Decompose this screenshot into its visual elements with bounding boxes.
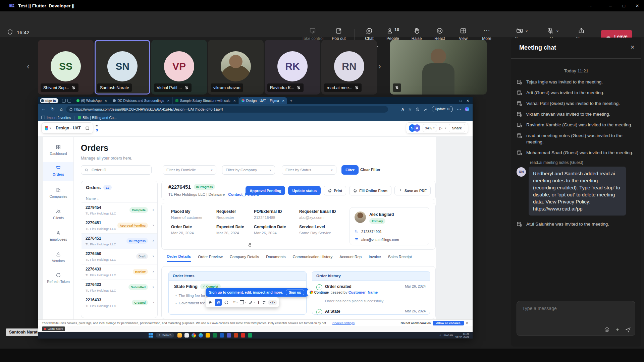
chrome-icon[interactable]: [192, 333, 196, 338]
home-icon[interactable]: ⌂: [60, 107, 63, 112]
close-tab-icon[interactable]: ✕: [233, 99, 236, 103]
contact-phone[interactable]: 2123874901: [355, 230, 382, 234]
browser-minimize-icon[interactable]: –: [453, 99, 455, 103]
sign-up-button[interactable]: Sign up: [286, 290, 304, 295]
teams-icon[interactable]: [227, 333, 231, 338]
dev-mode-toggle[interactable]: </>: [268, 300, 276, 305]
participant-tile[interactable]: SN Santosh Narate: [95, 40, 150, 95]
deny-cookies-button[interactable]: Do not allow cookies: [401, 321, 431, 325]
tab-account-rep[interactable]: Account Rep: [339, 255, 362, 261]
read-aloud-icon[interactable]: A: [401, 107, 404, 111]
clear-filter-button[interactable]: Clear Filter: [360, 168, 380, 172]
participant-tile[interactable]: SS Shivani Sup...: [38, 40, 94, 95]
comment-tool-icon[interactable]: [224, 300, 229, 305]
sheets-icon[interactable]: [248, 333, 252, 338]
browser-tab[interactable]: Sample Salary Structure with calc✕: [173, 97, 239, 104]
customer-name-link[interactable]: Customer_Name: [348, 290, 378, 294]
tab-order-preview[interactable]: Order Preview: [198, 255, 223, 261]
attach-plus-icon[interactable]: +: [616, 327, 619, 333]
shared-start-icon[interactable]: [149, 333, 153, 338]
minimize-button[interactable]: –: [604, 0, 617, 11]
new-tab-button[interactable]: +: [290, 99, 292, 103]
weather-icon[interactable]: [177, 333, 182, 338]
shape-tool[interactable]: ∨: [240, 300, 246, 304]
pop-out-button[interactable]: Pop out: [326, 27, 351, 41]
participant-tile[interactable]: vikram chavan: [208, 40, 264, 95]
order-row[interactable]: 2276433TL Flex Holdings LLC Review›: [82, 264, 157, 280]
participant-tile[interactable]: RN read.ai mee...: [321, 40, 377, 95]
figma-share-button[interactable]: Share: [449, 124, 465, 132]
sidebar-item-dashboard[interactable]: Dashboard: [43, 144, 73, 156]
cookies-settings-link[interactable]: Cookies settings: [332, 321, 355, 325]
spotlight-participant-tile[interactable]: [390, 40, 487, 95]
shared-app-icon[interactable]: [184, 333, 189, 338]
message-input[interactable]: [522, 305, 624, 311]
print-button[interactable]: Print: [324, 186, 346, 195]
raise-hand-button[interactable]: Raise: [404, 27, 429, 41]
close-cookie-icon[interactable]: ✕: [466, 321, 469, 325]
browser-tab-active[interactable]: Design - UAT – Figma✕: [239, 97, 287, 104]
participant-tile[interactable]: VP Vishal Patil ...: [151, 40, 207, 95]
pdf-icon[interactable]: [241, 333, 245, 338]
browser-tab[interactable]: (6) WhatsApp✕: [74, 97, 110, 104]
camera-chevron-icon[interactable]: ∨: [525, 29, 528, 33]
order-row[interactable]: 2279454TL Flex Holdings LLC Complete›: [82, 202, 157, 218]
address-bar[interactable]: https://www.figma.com/design/9BKQ0FOHRWa…: [66, 106, 388, 113]
bookmark-folder[interactable]: Bills | Billing and Co...: [78, 116, 116, 120]
browser-more-icon[interactable]: ⋯: [457, 107, 461, 112]
order-row[interactable]: 2276433TL Flex Holdings LLC Submitted›: [82, 280, 157, 295]
order-row[interactable]: 2276450TL Flex Holdings LLC Draft›: [82, 249, 157, 264]
chat-input-box[interactable]: +: [517, 301, 635, 336]
tab-documents[interactable]: Documents: [266, 255, 285, 261]
react-button[interactable]: React: [427, 27, 452, 41]
collaborator-avatar[interactable]: A: [414, 124, 421, 132]
strip-next-icon[interactable]: ›: [378, 62, 381, 70]
refresh-icon[interactable]: ↻: [51, 107, 55, 112]
components-tool-icon[interactable]: [262, 300, 266, 305]
approval-pending-button[interactable]: Approval Pending: [246, 186, 285, 195]
browser-tab[interactable]: DC Divisions and Surroundings✕: [110, 97, 173, 104]
fill-online-form-button[interactable]: Fill Online Form: [349, 186, 391, 195]
google-continue-button[interactable]: Continue: [307, 290, 331, 295]
chat-message-bubble[interactable]: Redberyl and Santosh added read.ai meeti…: [529, 167, 626, 216]
view-button[interactable]: View: [451, 27, 476, 41]
profile-icon[interactable]: [424, 107, 428, 111]
browser-close-icon[interactable]: ✕: [467, 99, 469, 103]
file-explorer-icon[interactable]: [206, 333, 210, 338]
close-chat-icon[interactable]: ✕: [630, 44, 635, 50]
shared-tray-lang[interactable]: ENG IN: [444, 334, 453, 337]
titlebar-more-icon[interactable]: ⋯: [584, 0, 597, 11]
frame-tool[interactable]: ⌗∨: [233, 300, 238, 305]
browser-signin-button[interactable]: Sign in: [40, 98, 58, 103]
shared-search-pill[interactable]: Search: [156, 333, 174, 338]
close-tab-icon[interactable]: ✕: [282, 99, 285, 103]
hand-tool-selected[interactable]: [215, 299, 222, 306]
allow-cookies-button[interactable]: Allow all cookies: [433, 321, 464, 325]
update-status-button[interactable]: Update status: [288, 186, 321, 195]
sidebar-item-clients[interactable]: Clients: [43, 209, 73, 220]
favorite-star-icon[interactable]: ☆: [408, 107, 412, 112]
zoom-select[interactable]: 94% ∨: [423, 124, 437, 132]
name-column-header[interactable]: Name ↓: [86, 196, 99, 200]
text-tool[interactable]: T: [257, 300, 260, 305]
present-icon[interactable]: ▷: [439, 126, 442, 130]
sidebar-item-refresh-token[interactable]: Refresh Token: [43, 273, 73, 284]
close-tab-icon[interactable]: ✕: [105, 99, 107, 103]
send-icon[interactable]: [625, 327, 631, 333]
tab-communication-history[interactable]: Communication History: [292, 255, 332, 261]
sidebar-item-vendors[interactable]: Vendors: [43, 252, 73, 263]
figma-file-menu[interactable]: ∨ Design - UAT: [41, 122, 93, 134]
browser-essentials-icon[interactable]: [416, 107, 420, 111]
copilot-icon[interactable]: [465, 107, 469, 111]
mic-chevron-icon[interactable]: ∨: [556, 29, 559, 33]
strip-prev-icon[interactable]: ‹: [27, 62, 30, 70]
tab-actions-icon[interactable]: [62, 99, 66, 103]
tab-order-details[interactable]: Order Details: [167, 254, 191, 262]
excel-icon[interactable]: [213, 333, 217, 338]
order-row[interactable]: 2279451TL Flex Holdings LLC Approval Pen…: [82, 218, 157, 234]
people-button[interactable]: 10 People: [380, 27, 405, 41]
chat-message-list[interactable]: Today 11:21 Tejas Ingle was invited to t…: [517, 64, 636, 232]
participant-tile[interactable]: RK Ravindra K...: [265, 40, 320, 95]
maximize-button[interactable]: □: [617, 0, 631, 11]
order-id-input[interactable]: [91, 168, 143, 172]
